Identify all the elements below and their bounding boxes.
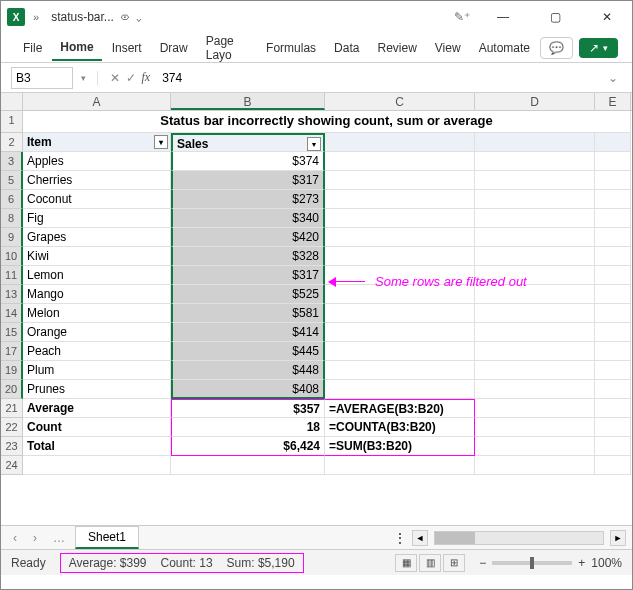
cell[interactable] — [475, 209, 595, 228]
cell[interactable] — [475, 228, 595, 247]
close-button[interactable]: ✕ — [588, 3, 626, 31]
cell[interactable] — [595, 285, 631, 304]
cell-item[interactable]: Fig — [23, 209, 171, 228]
cell[interactable] — [475, 266, 595, 285]
confirm-icon[interactable]: ✓ — [126, 71, 136, 85]
filter-dropdown-icon[interactable]: ▾ — [154, 135, 168, 149]
pen-icon[interactable]: ✎⁺ — [454, 10, 470, 24]
cell-sales[interactable]: $273 — [171, 190, 325, 209]
col-header-e[interactable]: E — [595, 93, 631, 110]
cell[interactable] — [325, 456, 475, 475]
cell[interactable] — [595, 323, 631, 342]
cell-summary-value[interactable]: $357 — [171, 399, 325, 418]
cell[interactable] — [595, 304, 631, 323]
zoom-level[interactable]: 100% — [591, 556, 622, 570]
cell-sales[interactable]: $445 — [171, 342, 325, 361]
row-header[interactable]: 17 — [1, 342, 23, 361]
cell-formula[interactable]: =COUNTA(B3:B20) — [325, 418, 475, 437]
cell[interactable] — [325, 228, 475, 247]
tab-home[interactable]: Home — [52, 35, 101, 61]
cell[interactable] — [325, 209, 475, 228]
cell-sales[interactable]: $420 — [171, 228, 325, 247]
sheet-prev[interactable]: ‹ — [7, 529, 23, 547]
cell[interactable] — [325, 133, 475, 152]
cell-summary-label[interactable]: Average — [23, 399, 171, 418]
row-header[interactable]: 19 — [1, 361, 23, 380]
cell-item[interactable]: Plum — [23, 361, 171, 380]
cell-item[interactable]: Prunes — [23, 380, 171, 399]
cell[interactable] — [475, 133, 595, 152]
col-header-c[interactable]: C — [325, 93, 475, 110]
tab-draw[interactable]: Draw — [152, 36, 196, 60]
cell-sales[interactable]: $408 — [171, 380, 325, 399]
scroll-left[interactable]: ◄ — [412, 530, 428, 546]
person-icon[interactable]: ᯣ ˬ — [120, 10, 144, 25]
cell-formula[interactable]: =SUM(B3:B20) — [325, 437, 475, 456]
row-header[interactable]: 8 — [1, 209, 23, 228]
cell-item[interactable]: Coconut — [23, 190, 171, 209]
select-all-corner[interactable] — [1, 93, 23, 110]
cell-sales[interactable]: $374 — [171, 152, 325, 171]
row-header[interactable]: 6 — [1, 190, 23, 209]
cell[interactable] — [595, 228, 631, 247]
cell[interactable] — [475, 437, 595, 456]
sheet-tab-1[interactable]: Sheet1 — [75, 526, 139, 549]
cell[interactable] — [325, 171, 475, 190]
expand-formula-icon[interactable]: ⌄ — [604, 71, 622, 85]
cell[interactable] — [595, 171, 631, 190]
cell[interactable] — [595, 380, 631, 399]
cell-summary-label[interactable]: Count — [23, 418, 171, 437]
zoom-out[interactable]: − — [479, 556, 486, 570]
cell[interactable] — [171, 456, 325, 475]
tab-view[interactable]: View — [427, 36, 469, 60]
cell-sales[interactable]: $448 — [171, 361, 325, 380]
sheet-options-icon[interactable]: ⋮ — [394, 531, 406, 545]
formula-input[interactable] — [158, 67, 596, 89]
cell[interactable] — [595, 342, 631, 361]
cell-sales[interactable]: $317 — [171, 266, 325, 285]
col-header-d[interactable]: D — [475, 93, 595, 110]
cell-sales[interactable]: $525 — [171, 285, 325, 304]
row-header[interactable]: 20 — [1, 380, 23, 399]
filter-active-icon[interactable]: ▼ — [307, 137, 321, 151]
view-page-break[interactable]: ⊞ — [443, 554, 465, 572]
cell[interactable] — [475, 342, 595, 361]
sheet-more[interactable]: … — [47, 529, 71, 547]
cell[interactable] — [475, 285, 595, 304]
row-header[interactable]: 15 — [1, 323, 23, 342]
comments-button[interactable]: 💬 — [540, 37, 573, 59]
cell-summary-label[interactable]: Total — [23, 437, 171, 456]
header-item[interactable]: Item▾ — [23, 133, 171, 152]
cell-item[interactable]: Apples — [23, 152, 171, 171]
cell[interactable] — [475, 456, 595, 475]
cell-item[interactable]: Lemon — [23, 266, 171, 285]
minimize-button[interactable]: — — [484, 3, 522, 31]
cell-summary-value[interactable]: 18 — [171, 418, 325, 437]
row-header[interactable]: 13 — [1, 285, 23, 304]
cell-sales[interactable]: $317 — [171, 171, 325, 190]
title-cell[interactable]: Status bar incorrectly showing count, su… — [23, 111, 631, 133]
sheet-next[interactable]: › — [27, 529, 43, 547]
cell[interactable] — [325, 152, 475, 171]
cell[interactable] — [325, 247, 475, 266]
cell[interactable] — [595, 361, 631, 380]
scroll-right[interactable]: ► — [610, 530, 626, 546]
cell[interactable] — [595, 418, 631, 437]
cell[interactable] — [475, 399, 595, 418]
row-header[interactable]: 22 — [1, 418, 23, 437]
cell[interactable] — [325, 361, 475, 380]
cell[interactable] — [325, 285, 475, 304]
cell[interactable] — [475, 152, 595, 171]
cell-item[interactable]: Cherries — [23, 171, 171, 190]
cell-item[interactable]: Peach — [23, 342, 171, 361]
cell-item[interactable]: Mango — [23, 285, 171, 304]
row-header[interactable]: 10 — [1, 247, 23, 266]
col-header-b[interactable]: B — [171, 93, 325, 110]
cell[interactable] — [325, 380, 475, 399]
row-header[interactable]: 3 — [1, 152, 23, 171]
cell[interactable] — [595, 437, 631, 456]
cell-sales[interactable]: $414 — [171, 323, 325, 342]
cell-item[interactable]: Orange — [23, 323, 171, 342]
row-header[interactable]: 2 — [1, 133, 23, 152]
cell[interactable] — [595, 456, 631, 475]
